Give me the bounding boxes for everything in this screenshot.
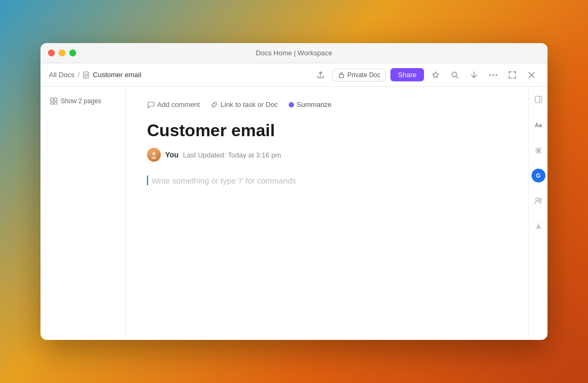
- maximize-button[interactable]: [69, 49, 76, 56]
- svg-point-24: [536, 198, 539, 201]
- ai-button[interactable]: G: [532, 169, 545, 182]
- svg-point-16: [152, 152, 156, 155]
- breadcrumb: All Docs / Customer email: [49, 71, 313, 79]
- svg-rect-18: [535, 96, 542, 103]
- download-button[interactable]: [531, 219, 546, 234]
- summarize-dot-icon: [289, 102, 294, 107]
- right-sidebar: Aa G: [528, 87, 548, 340]
- link-task-button[interactable]: Link to task or Doc: [210, 99, 278, 110]
- svg-point-17: [151, 156, 157, 159]
- show-pages-label: Show 2 pages: [61, 97, 101, 105]
- svg-rect-14: [51, 102, 53, 104]
- add-comment-label: Add comment: [157, 101, 200, 109]
- svg-rect-12: [51, 98, 53, 101]
- minimize-button[interactable]: [59, 49, 66, 56]
- search-button[interactable]: [447, 68, 462, 82]
- doc-icon: [83, 71, 90, 79]
- editor-area[interactable]: Write something or type '/' for commands: [147, 174, 507, 187]
- snowflake-button[interactable]: [531, 143, 546, 158]
- cursor-blink: [147, 176, 148, 185]
- titlebar: Docs Home | Workspace: [40, 43, 548, 63]
- content-area: Show 2 pages Add comment Link to: [40, 87, 548, 340]
- editor-placeholder: Write something or type '/' for commands: [151, 176, 296, 185]
- show-pages-button[interactable]: Show 2 pages: [47, 95, 119, 107]
- window-title: Docs Home | Workspace: [256, 49, 332, 57]
- private-doc-badge[interactable]: Private Doc: [332, 69, 386, 81]
- export-button[interactable]: [467, 68, 481, 82]
- author-name: You: [165, 151, 178, 159]
- ai-icon: G: [536, 172, 541, 179]
- svg-point-8: [493, 74, 494, 76]
- doc-main[interactable]: Add comment Link to task or Doc Summariz…: [126, 87, 528, 340]
- svg-point-9: [496, 74, 497, 76]
- summarize-label: Summarize: [297, 101, 332, 109]
- breadcrumb-doc-name: Customer email: [93, 71, 141, 79]
- svg-line-6: [456, 76, 459, 78]
- topbar-actions: Private Doc Share: [313, 68, 539, 82]
- fullscreen-button[interactable]: [505, 68, 520, 82]
- doc-toolbar: Add comment Link to task or Doc Summariz…: [147, 99, 507, 110]
- left-sidebar: Show 2 pages: [40, 87, 126, 340]
- app-window: Docs Home | Workspace All Docs / Custome…: [40, 43, 548, 340]
- svg-rect-13: [54, 98, 57, 101]
- add-comment-button[interactable]: Add comment: [147, 99, 200, 110]
- right-panel-toggle[interactable]: [531, 92, 546, 107]
- close-panel-button[interactable]: [524, 68, 539, 82]
- collaborators-button[interactable]: [531, 193, 546, 208]
- share-button[interactable]: Share: [390, 68, 424, 81]
- last-updated: Last Updated: Today at 3:16 pm: [183, 151, 281, 159]
- breadcrumb-separator: /: [78, 71, 80, 79]
- close-button[interactable]: [48, 49, 55, 56]
- more-options-button[interactable]: [486, 68, 501, 82]
- avatar-face: [147, 148, 161, 162]
- svg-point-7: [489, 74, 491, 76]
- private-doc-label: Private Doc: [347, 71, 380, 79]
- breadcrumb-all-docs[interactable]: All Docs: [49, 71, 75, 79]
- text-size-icon: Aa: [535, 122, 542, 128]
- avatar: [147, 148, 161, 162]
- breadcrumb-current: Customer email: [83, 71, 141, 79]
- summarize-button[interactable]: Summarize: [289, 101, 332, 109]
- svg-rect-15: [54, 102, 57, 104]
- topbar: All Docs / Customer email: [40, 63, 548, 87]
- svg-point-25: [540, 198, 542, 201]
- text-size-button[interactable]: Aa: [531, 118, 546, 132]
- author-row: You Last Updated: Today at 3:16 pm: [147, 148, 507, 162]
- svg-rect-4: [339, 74, 344, 78]
- traffic-lights: [48, 49, 76, 56]
- star-button[interactable]: [428, 68, 443, 82]
- doc-title: Customer email: [147, 120, 507, 140]
- link-task-label: Link to task or Doc: [220, 101, 278, 109]
- upload-icon-btn[interactable]: [313, 68, 328, 82]
